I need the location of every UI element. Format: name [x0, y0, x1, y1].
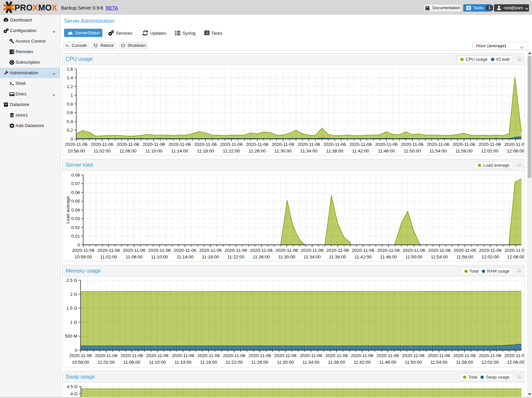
svg-text:2020-11-06: 2020-11-06 [349, 142, 372, 147]
svg-text:1.5 G: 1.5 G [66, 306, 77, 311]
svg-text:10:58:00: 10:58:00 [75, 254, 92, 259]
svg-text:11:10:00: 11:10:00 [151, 254, 168, 259]
svg-text:11:58:00: 11:58:00 [456, 254, 474, 259]
svg-text:2020-11-06: 2020-11-06 [403, 248, 425, 253]
svg-text:11:34:00: 11:34:00 [301, 149, 318, 153]
svg-text:10:58:00: 10:58:00 [72, 360, 89, 365]
svg-text:2020-11-06: 2020-11-06 [143, 142, 165, 147]
svg-text:0.2: 0.2 [67, 128, 73, 133]
svg-text:2020-11-06: 2020-11-06 [121, 353, 143, 358]
svg-text:2020-11-06: 2020-11-06 [298, 142, 320, 147]
svg-text:2020-11-06: 2020-11-06 [453, 353, 476, 358]
svg-text:11:26:00: 11:26:00 [253, 254, 270, 259]
svg-text:4 G: 4 G [70, 391, 78, 396]
svg-text:2020-11-06: 2020-11-06 [123, 248, 145, 253]
svg-text:2020-11-06: 2020-11-06 [225, 248, 247, 253]
svg-text:0.6: 0.6 [67, 110, 73, 115]
svg-text:11:38:00: 11:38:00 [328, 360, 345, 365]
svg-text:11:10:00: 11:10:00 [145, 149, 162, 153]
svg-text:12:06:00: 12:06:00 [507, 254, 524, 259]
svg-text:0.08: 0.08 [71, 173, 80, 178]
svg-text:12:02:00: 12:02:00 [481, 360, 499, 365]
svg-text:0.4: 0.4 [67, 119, 73, 124]
svg-text:11:38:00: 11:38:00 [329, 254, 346, 259]
svg-text:2 G: 2 G [70, 292, 77, 297]
svg-text:1.6: 1.6 [67, 67, 73, 72]
svg-text:11:42:00: 11:42:00 [352, 149, 369, 153]
svg-text:2020-11-06: 2020-11-06 [326, 248, 349, 253]
svg-text:11:38:00: 11:38:00 [326, 149, 343, 153]
svg-text:2020-11-06: 2020-11-06 [479, 248, 502, 253]
svg-text:0.8: 0.8 [67, 102, 73, 107]
svg-text:2020-11-06: 2020-11-06 [194, 142, 217, 147]
svg-text:12:02:00: 12:02:00 [481, 254, 499, 259]
svg-text:2020-11-06: 2020-11-06 [72, 248, 94, 253]
svg-text:2020-11-06: 2020-11-06 [275, 248, 298, 253]
svg-text:0.02: 0.02 [71, 225, 80, 230]
svg-text:2020-11-06: 2020-11-06 [197, 353, 220, 358]
svg-text:11:14:00: 11:14:00 [176, 254, 194, 259]
svg-text:2020-11-06: 2020-11-06 [199, 248, 222, 253]
svg-text:2020-11-06: 2020-11-06 [91, 142, 113, 147]
svg-text:2020-11-06: 2020-11-06 [250, 248, 272, 253]
svg-text:11:26:00: 11:26:00 [251, 360, 268, 365]
svg-text:2020-11-06: 2020-11-06 [504, 142, 524, 147]
svg-text:2020-11-06: 2020-11-06 [301, 248, 323, 253]
svg-text:2020-11-06: 2020-11-06 [454, 248, 476, 253]
svg-text:1 G: 1 G [70, 320, 77, 325]
svg-text:11:18:00: 11:18:00 [202, 254, 219, 259]
svg-text:2020-11-06: 2020-11-06 [428, 248, 450, 253]
svg-text:2020-11-06: 2020-11-06 [300, 353, 322, 358]
svg-text:11:22:00: 11:22:00 [227, 254, 244, 259]
svg-text:11:46:00: 11:46:00 [380, 254, 397, 259]
svg-text:2020-11-06: 2020-11-06 [246, 142, 268, 147]
svg-text:11:50:00: 11:50:00 [404, 149, 421, 153]
svg-text:2020-11-06: 2020-11-06 [479, 142, 501, 147]
svg-text:1.2: 1.2 [67, 84, 73, 89]
svg-text:2020-11-06: 2020-11-06 [95, 353, 117, 358]
svg-text:2020-11-06: 2020-11-06 [248, 353, 271, 358]
svg-text:2020-11-06: 2020-11-06 [274, 353, 297, 358]
svg-text:2020-11-06: 2020-11-06 [377, 248, 400, 253]
svg-text:11:26:00: 11:26:00 [249, 149, 266, 153]
svg-text:2020-11-06: 2020-11-06 [272, 142, 294, 147]
svg-text:0.05: 0.05 [71, 199, 80, 204]
svg-text:2020-11-06: 2020-11-06 [172, 353, 194, 358]
svg-text:500 M: 500 M [65, 334, 77, 339]
svg-text:0.06: 0.06 [71, 190, 80, 195]
svg-text:2020-11-06: 2020-11-06 [402, 353, 424, 358]
svg-text:4.5 G: 4.5 G [67, 384, 78, 389]
svg-text:11:46:00: 11:46:00 [378, 149, 395, 153]
svg-text:2020-11-06: 2020-11-06 [505, 248, 524, 253]
svg-text:2020-11-06: 2020-11-06 [427, 142, 449, 147]
svg-text:11:14:00: 11:14:00 [174, 360, 192, 365]
svg-text:2020-11-06: 2020-11-06 [174, 248, 196, 253]
svg-text:11:42:00: 11:42:00 [354, 360, 371, 365]
svg-text:11:10:00: 11:10:00 [149, 360, 166, 365]
svg-text:10:58:00: 10:58:00 [68, 149, 85, 153]
svg-text:2020-11-06: 2020-11-06 [148, 248, 171, 253]
svg-text:11:34:00: 11:34:00 [304, 254, 321, 259]
svg-text:11:54:00: 11:54:00 [430, 149, 447, 153]
svg-text:12:06:00: 12:06:00 [507, 360, 524, 365]
svg-text:11:02:00: 11:02:00 [94, 149, 111, 153]
svg-text:2020-11-06: 2020-11-06 [97, 248, 120, 253]
svg-text:11:22:00: 11:22:00 [223, 149, 240, 153]
svg-text:2020-11-06: 2020-11-06 [376, 353, 399, 358]
svg-text:11:18:00: 11:18:00 [197, 149, 214, 153]
svg-text:2020-11-06: 2020-11-06 [220, 142, 243, 147]
svg-text:11:06:00: 11:06:00 [125, 254, 143, 259]
svg-text:2020-11-06: 2020-11-06 [351, 353, 373, 358]
svg-text:2020-11-06: 2020-11-06 [324, 142, 346, 147]
svg-text:2020-11-06: 2020-11-06 [479, 353, 501, 358]
svg-text:0: 0 [77, 243, 80, 248]
svg-text:11:30:00: 11:30:00 [277, 360, 294, 365]
svg-text:11:02:00: 11:02:00 [100, 254, 117, 259]
svg-text:11:50:00: 11:50:00 [406, 254, 423, 259]
svg-text:2.5 G: 2.5 G [66, 278, 77, 283]
svg-text:0.01: 0.01 [71, 234, 80, 239]
svg-text:2020-11-06: 2020-11-06 [325, 353, 348, 358]
svg-text:2020-11-06: 2020-11-06 [69, 353, 92, 358]
svg-text:0.03: 0.03 [71, 216, 80, 221]
svg-text:1.4: 1.4 [67, 75, 73, 80]
